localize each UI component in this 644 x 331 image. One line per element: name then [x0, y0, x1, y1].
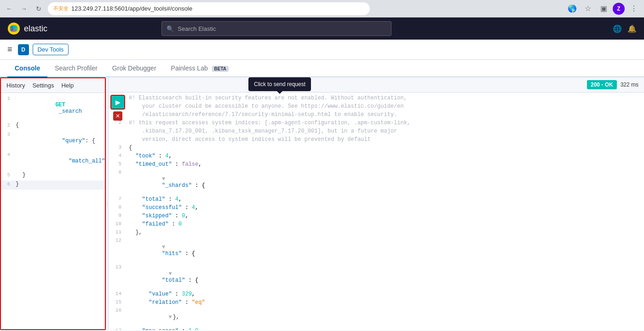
response-header: 200 - OK 322 ms	[109, 77, 644, 93]
resp-line-6: 6 ▼ "_shards" : {	[109, 169, 644, 196]
tab-console[interactable]: Console	[7, 60, 47, 77]
dev-tools-breadcrumb[interactable]: Dev Tools	[33, 44, 69, 55]
response-content[interactable]: 1 #! Elasticsearch built-in security fea…	[109, 93, 644, 330]
resp-line-9: 9 "skipped" : 0,	[109, 212, 644, 221]
help-button[interactable]: Help	[61, 81, 74, 90]
bookmark-button[interactable]: ☆	[581, 2, 594, 15]
response-panel: 200 - OK 322 ms 1 #! Elasticsearch built…	[109, 77, 644, 330]
svg-point-4	[14, 25, 17, 31]
resp-line-5: 5 "timed_out" : false,	[109, 161, 644, 169]
main-content: Click to send request History Settings H…	[0, 77, 644, 330]
translate-button[interactable]: 🌎	[566, 2, 579, 15]
send-request-button[interactable]: ▶	[110, 95, 125, 110]
tab-painless-lab[interactable]: Painless Lab BETA	[164, 60, 236, 77]
settings-button[interactable]: Settings	[32, 81, 54, 90]
browser-toolbar: 🌎 ☆ ▣ Z ⋮	[566, 2, 640, 15]
elastic-logo-icon	[7, 22, 20, 35]
tab-search-profiler[interactable]: Search Profiler	[47, 60, 105, 77]
menu-button[interactable]: ⋮	[627, 2, 640, 15]
status-badge: 200 - OK	[587, 80, 617, 89]
editor-line-2: 2 {	[1, 122, 105, 131]
expand-total[interactable]: ▼	[168, 271, 172, 277]
tab-grok-debugger[interactable]: Grok Debugger	[105, 60, 164, 77]
resp-line-1: 1 #! Elasticsearch built-in security fea…	[109, 94, 644, 103]
nav-bar: ≡ D Dev Tools	[0, 40, 644, 60]
resp-line-8: 8 "successful" : 4,	[109, 204, 644, 212]
resp-line-11: 11 },	[109, 229, 644, 237]
line-content-4: "match_all": {}	[14, 151, 105, 171]
resp-line-4: 4 "took" : 4,	[109, 152, 644, 161]
kibana-header: elastic 🔍 Search Elastic 🌐 🔔	[0, 17, 644, 40]
reload-button[interactable]: ↻	[33, 3, 44, 14]
resp-line-14: 14 "value" : 329,	[109, 290, 644, 299]
resp-line-16: 16 ▼},	[109, 307, 644, 327]
line-content-2: {	[14, 122, 105, 128]
resp-line-1b: your cluster could be accessible to anyo…	[109, 103, 644, 111]
bell-icon[interactable]: 🔔	[627, 24, 637, 33]
resp-line-2b: .kibana_7.17.20_001, .kibana_task_manage…	[109, 128, 644, 136]
security-warning: 不安全	[53, 5, 69, 12]
resp-line-15: 15 "relation" : "eq"	[109, 299, 644, 307]
browser-chrome: ← → ↻ 不安全 123.249.27.118:5601/app/dev_to…	[0, 0, 644, 17]
line-content-1: GET _search	[14, 95, 105, 121]
left-panel-wrapper: History Settings Help 1 GET _search 2 {	[0, 77, 106, 330]
resp-line-2c: version, direct access to system indices…	[109, 136, 644, 144]
close-request-button[interactable]: ✕	[113, 111, 122, 121]
editor-panel: History Settings Help 1 GET _search 2 {	[0, 77, 106, 330]
code-editor[interactable]: 1 GET _search 2 { 3 "query": {	[1, 93, 105, 329]
line-number-1: 1	[1, 95, 14, 101]
editor-line-3: 3 "query": {	[1, 131, 105, 151]
editor-line-4: 4 "match_all": {}	[1, 151, 105, 171]
resp-line-12: 12 ▼ "hits" : {	[109, 237, 644, 264]
globe-icon[interactable]: 🌐	[613, 24, 622, 33]
resp-line-17: 17 "max_score" : 1.0,	[109, 327, 644, 330]
elastic-text: elastic	[24, 24, 47, 34]
line-number-6: 6	[1, 181, 14, 187]
send-button-area: ▶ ✕	[110, 95, 125, 121]
extensions-button[interactable]: ▣	[597, 2, 610, 15]
editor-line-6: 6 }	[1, 180, 105, 190]
hamburger-button[interactable]: ≡	[7, 45, 12, 54]
header-right: 🌐 🔔	[613, 24, 637, 33]
beta-badge: BETA	[212, 66, 229, 72]
resp-line-3: 3 {	[109, 144, 644, 152]
editor-line-5: 5 }	[1, 171, 105, 180]
editor-line-1: 1 GET _search	[1, 95, 105, 122]
forward-button[interactable]: →	[18, 3, 29, 14]
back-button[interactable]: ←	[4, 3, 15, 14]
user-avatar[interactable]: Z	[613, 3, 625, 15]
history-button[interactable]: History	[6, 81, 25, 90]
tabs-bar: Console Search Profiler Grok Debugger Pa…	[0, 60, 644, 77]
resp-line-1c: /elasticsearch/reference/7.17/security-m…	[109, 111, 644, 119]
svg-point-3	[10, 25, 13, 31]
line-content-6: }	[14, 181, 105, 187]
resp-line-7: 7 "total" : 4,	[109, 196, 644, 204]
elastic-logo[interactable]: elastic	[7, 22, 47, 35]
line-content-5: }	[14, 172, 105, 178]
kibana-search-bar[interactable]: 🔍 Search Elastic	[161, 21, 391, 36]
line-number-5: 5	[1, 172, 14, 178]
resp-line-2: 2 #! this request accesses system indice…	[109, 119, 644, 128]
breadcrumb-icon: D	[18, 44, 29, 55]
response-time: 322 ms	[621, 81, 638, 88]
line-number-2: 2	[1, 122, 14, 128]
editor-toolbar: History Settings Help	[1, 78, 105, 93]
expand-hits[interactable]: ▼	[162, 244, 165, 250]
line-number-3: 3	[1, 131, 14, 137]
line-content-3: "query": {	[14, 131, 105, 151]
search-icon: 🔍	[167, 25, 174, 32]
url-text: 123.249.27.118:5601/app/dev_tools#/conso…	[71, 5, 192, 12]
search-placeholder: Search Elastic	[178, 25, 216, 32]
resp-line-10: 10 "failed" : 0	[109, 221, 644, 229]
line-number-4: 4	[1, 151, 14, 157]
expand-shards[interactable]: ▼	[162, 176, 165, 182]
resp-line-13: 13 ▼ "total" : {	[109, 264, 644, 290]
address-bar[interactable]: 不安全 123.249.27.118:5601/app/dev_tools#/c…	[48, 2, 370, 15]
